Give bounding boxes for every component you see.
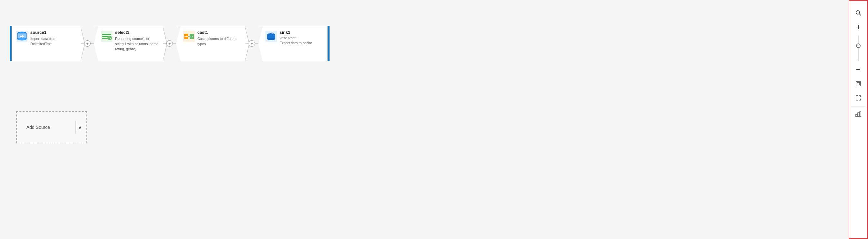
canvas-area: source1 Import data from DelimitedText + xyxy=(0,0,819,239)
connector-2: + xyxy=(163,40,176,47)
node-select1[interactable]: S select1 Renaming source1 to select1 wi… xyxy=(94,26,163,61)
svg-rect-32 xyxy=(858,113,859,116)
svg-point-24 xyxy=(856,11,860,14)
node-source1[interactable]: source1 Import data from DelimitedText xyxy=(11,26,81,61)
connector-3: + xyxy=(245,40,258,47)
svg-rect-33 xyxy=(860,112,861,116)
node-sink1-indent xyxy=(258,26,263,62)
add-source-label: Add Source xyxy=(17,125,72,130)
node-sink1-desc: Export data to cache xyxy=(280,41,312,46)
zoom-out-icon xyxy=(855,66,862,73)
svg-rect-29 xyxy=(856,81,861,86)
connector-3-line-left xyxy=(245,43,249,44)
node-cast1-indent xyxy=(176,26,181,62)
node-cast1-text: cast1 Cast columns to different types xyxy=(197,30,242,47)
plus-btn-1[interactable]: + xyxy=(84,40,91,47)
node-select1-indent xyxy=(94,26,98,62)
node-sink1[interactable]: sink1 Write order: 1 Export data to cach… xyxy=(258,26,328,61)
expand-icon xyxy=(855,95,862,101)
svg-text:12: 12 xyxy=(190,35,193,38)
node-select1-title: select1 xyxy=(115,30,160,35)
svg-rect-10 xyxy=(102,34,111,35)
analytics-icon xyxy=(855,110,862,117)
connector-1: + xyxy=(81,40,94,47)
node-select1-text: select1 Renaming source1 to select1 with… xyxy=(115,30,160,52)
svg-rect-11 xyxy=(102,36,108,37)
zoom-track xyxy=(858,35,859,61)
svg-text:S: S xyxy=(108,36,111,40)
fit-window-icon xyxy=(855,80,862,87)
pipeline-container: source1 Import data from DelimitedText + xyxy=(10,26,330,61)
node-source1-desc: Import data from DelimitedText xyxy=(30,36,78,47)
node-source1-text: source1 Import data from DelimitedText xyxy=(30,30,78,47)
plus-btn-3[interactable]: + xyxy=(249,40,255,47)
svg-point-23 xyxy=(267,38,275,40)
connector-1-line-left xyxy=(81,43,84,44)
connector-2-line-left xyxy=(163,43,166,44)
svg-rect-30 xyxy=(857,82,860,85)
zoom-out-button[interactable] xyxy=(851,63,865,77)
node-sink1-meta: Write order: 1 xyxy=(280,36,312,40)
right-accent-bar xyxy=(328,26,330,61)
expand-button[interactable] xyxy=(851,91,865,105)
search-button[interactable] xyxy=(851,6,865,20)
cast-icon: AB 12 xyxy=(183,31,195,42)
zoom-in-icon xyxy=(855,24,862,30)
right-toolbar xyxy=(849,0,868,239)
connector-2-line-right xyxy=(173,43,176,44)
analytics-button[interactable] xyxy=(851,106,865,121)
connector-1-line-right xyxy=(91,43,94,44)
source-icon xyxy=(16,31,28,42)
connector-3-line-right xyxy=(255,43,258,44)
node-source1-title: source1 xyxy=(30,30,78,35)
node-sink1-title: sink1 xyxy=(280,30,312,35)
add-source-divider xyxy=(75,121,75,134)
svg-text:AB: AB xyxy=(184,35,188,38)
node-cast1[interactable]: AB 12 cast1 Cast columns to different ty… xyxy=(176,26,245,61)
zoom-thumb[interactable] xyxy=(856,43,861,48)
select-icon: S xyxy=(101,31,113,42)
node-cast1-desc: Cast columns to different types xyxy=(197,36,242,47)
sink-icon xyxy=(266,31,277,42)
search-icon xyxy=(855,10,862,16)
plus-btn-2[interactable]: + xyxy=(166,40,173,47)
zoom-in-button[interactable] xyxy=(851,20,865,34)
node-sink1-text: sink1 Write order: 1 Export data to cach… xyxy=(280,30,312,46)
fit-window-button[interactable] xyxy=(851,77,865,91)
svg-line-25 xyxy=(859,14,861,15)
add-source-button[interactable]: Add Source ∨ xyxy=(16,111,87,143)
add-source-chevron[interactable]: ∨ xyxy=(78,124,86,131)
node-cast1-title: cast1 xyxy=(197,30,242,35)
node-select1-desc: Renaming source1 to select1 with columns… xyxy=(115,36,160,52)
svg-rect-31 xyxy=(856,114,857,116)
